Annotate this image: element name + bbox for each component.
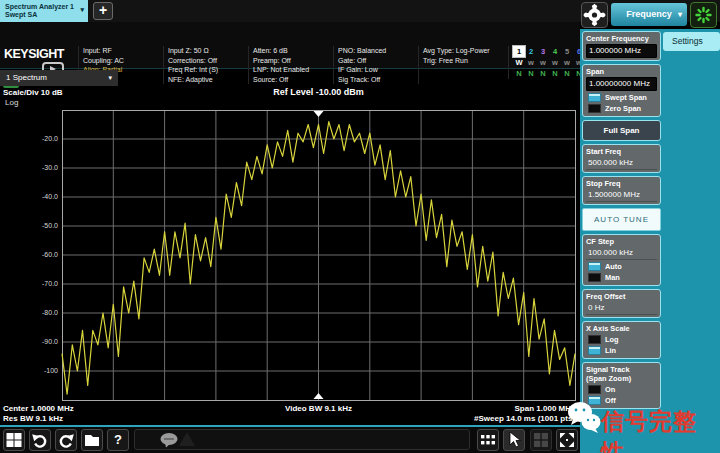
radio-option-log[interactable]: Log xyxy=(588,335,657,344)
status-line: Source: Off xyxy=(253,75,333,85)
watermark-text: 信号完整性 xyxy=(601,406,720,453)
trace-legend[interactable]: 123456WwwwwwNNNNNN xyxy=(508,46,585,79)
menu-item-label: Start Freq xyxy=(586,147,657,156)
frequency-sidebar: Settings Center Frequency1.000000 MHzSpa… xyxy=(580,29,720,453)
y-tick-label: -50.0 xyxy=(24,222,58,229)
chat-bubble-icon[interactable] xyxy=(159,432,179,448)
scale-div-label: Scale/Div 10 dB xyxy=(3,88,63,97)
y-tick-label: -40.0 xyxy=(24,193,58,200)
gear-button[interactable] xyxy=(581,2,608,28)
radio-label: On xyxy=(605,385,615,394)
menu-item-value: 1.000000 MHz xyxy=(586,44,657,58)
trace-indicator[interactable]: N xyxy=(549,68,561,79)
menu-item-label: X Axis Scale xyxy=(586,324,657,333)
windows-start-button[interactable] xyxy=(3,429,25,451)
tab-bar: Spectrum Analyzer 1 Swept SA ▾ + Frequen… xyxy=(0,0,720,22)
y-tick-label: -80.0 xyxy=(24,309,58,316)
frequency-menu-header[interactable]: Frequency ▾ xyxy=(611,3,687,26)
menu-item-x-axis-scale[interactable]: X Axis ScaleLogLin xyxy=(582,321,661,359)
status-line: Avg Type: Log-Power xyxy=(423,46,503,56)
trace-indicator[interactable]: 4 xyxy=(549,46,561,57)
radio-option-zero-span[interactable]: Zero Span xyxy=(588,104,657,113)
menu-item-auto-tune[interactable]: AUTO TUNE xyxy=(582,208,661,231)
menu-item-label: CF Step xyxy=(586,237,657,246)
help-button[interactable]: ? xyxy=(107,429,129,451)
radio-label: Off xyxy=(605,396,616,405)
tab-settings[interactable]: Settings xyxy=(663,32,720,51)
status-line: Corrections: Off xyxy=(168,56,248,66)
trace-indicator[interactable]: N xyxy=(537,68,549,79)
spectrum-analyzer-screen: Spectrum Analyzer 1 Swept SA ▾ + Frequen… xyxy=(0,0,720,453)
trace-selector-dropdown[interactable]: 1 Spectrum ▾ xyxy=(0,70,118,86)
status-line: LNP: Not Enabled xyxy=(253,65,333,75)
frequency-menu-title: Frequency xyxy=(626,9,672,19)
folder-icon xyxy=(82,430,102,450)
radio-option-swept-span[interactable]: Swept Span xyxy=(588,93,657,102)
trace-indicator[interactable]: N xyxy=(525,68,537,79)
menu-item-start-freq[interactable]: Start Freq500.000 kHz xyxy=(582,144,661,173)
menu-item-label: Signal Track xyxy=(586,365,657,374)
trace-indicator[interactable]: w xyxy=(549,57,561,68)
menu-item-span[interactable]: Span1.00000000 MHzSwept SpanZero Span xyxy=(582,64,661,117)
status-line: NFE: Adaptive xyxy=(168,75,248,85)
radio-unselected-icon xyxy=(588,104,601,113)
radio-unselected-icon xyxy=(588,335,601,344)
menu-item-cf-step[interactable]: CF Step100.000 kHzAutoMan xyxy=(582,234,661,286)
y-tick-label: -90.0 xyxy=(24,338,58,345)
menu-item-sublabel: (Span Zoom) xyxy=(586,374,657,383)
trace-indicator[interactable]: 1 xyxy=(513,46,525,57)
menu-item-label: Stop Freq xyxy=(586,179,657,188)
ref-level-label: Ref Level -10.00 dBm xyxy=(180,87,457,97)
menu-item-label: Span xyxy=(586,67,657,76)
status-line: Sig Track: Off xyxy=(338,75,418,85)
status-line: Gate: Off xyxy=(338,56,418,66)
wechat-watermark-icon xyxy=(566,399,602,435)
trace-indicator[interactable]: N xyxy=(513,68,525,79)
tab-spectrum-analyzer[interactable]: Spectrum Analyzer 1 Swept SA ▾ xyxy=(0,0,88,22)
radio-option-auto[interactable]: Auto xyxy=(588,262,657,271)
radio-option-man[interactable]: Man xyxy=(588,273,657,282)
grid-view-button[interactable] xyxy=(530,429,552,451)
radio-unselected-icon xyxy=(588,385,601,394)
new-tab-button[interactable]: + xyxy=(93,2,113,20)
trace-indicator[interactable]: w xyxy=(537,57,549,68)
trace-indicator[interactable]: 3 xyxy=(537,46,549,57)
keysight-logo-text: KEYSIGHT xyxy=(4,47,64,61)
trace-indicator[interactable]: 2 xyxy=(525,46,537,57)
menu-item-value: 100.000 kHz xyxy=(586,247,657,260)
file-button[interactable] xyxy=(81,429,103,451)
touch-mode-button[interactable] xyxy=(503,429,525,451)
video-bw-annotation: Video BW 9.1 kHz xyxy=(180,404,457,413)
menu-item-center-frequency[interactable]: Center Frequency1.000000 MHz xyxy=(582,31,661,61)
trace-indicator[interactable]: w xyxy=(561,57,573,68)
redo-button[interactable] xyxy=(55,429,77,451)
busy-indicator-icon xyxy=(691,3,716,27)
menu-item-stop-freq[interactable]: Stop Freq1.500000 MHz xyxy=(582,176,661,205)
caret-down-icon: ▾ xyxy=(108,70,112,86)
alert-triangle-icon xyxy=(179,432,195,446)
trace-indicator[interactable]: w xyxy=(525,57,537,68)
trace-indicator[interactable]: 5 xyxy=(561,46,573,57)
menu-item-freq-offset[interactable]: Freq Offset0 Hz xyxy=(582,289,661,318)
dots-grid-icon xyxy=(478,430,498,450)
radio-selected-icon xyxy=(588,346,601,355)
bottom-toolbar: ? xyxy=(0,425,585,453)
dots-grid-button[interactable] xyxy=(477,429,499,451)
undo-button[interactable] xyxy=(29,429,51,451)
radio-option-lin[interactable]: Lin xyxy=(588,346,657,355)
trace-indicator[interactable]: W xyxy=(513,57,525,68)
y-tick-label: -30.0 xyxy=(24,164,58,171)
redo-icon xyxy=(56,430,76,450)
radio-label: Log xyxy=(605,335,619,344)
radio-option-on[interactable]: On xyxy=(588,385,657,394)
menu-item-full-span[interactable]: Full Span xyxy=(582,120,661,141)
status-line: Freq Ref: Int (S) xyxy=(168,65,248,75)
menu-item-label: Freq Offset xyxy=(586,292,657,301)
y-tick-label: -70.0 xyxy=(24,280,58,287)
center-freq-annotation: Center 1.0000 MHz xyxy=(3,404,74,413)
radio-selected-icon xyxy=(588,262,601,271)
status-line: Preamp: Off xyxy=(253,56,333,66)
trace-indicator[interactable]: N xyxy=(561,68,573,79)
frequency-menu: Center Frequency1.000000 MHzSpan1.000000… xyxy=(582,31,661,409)
menu-item-value: 1.500000 MHz xyxy=(586,189,657,202)
